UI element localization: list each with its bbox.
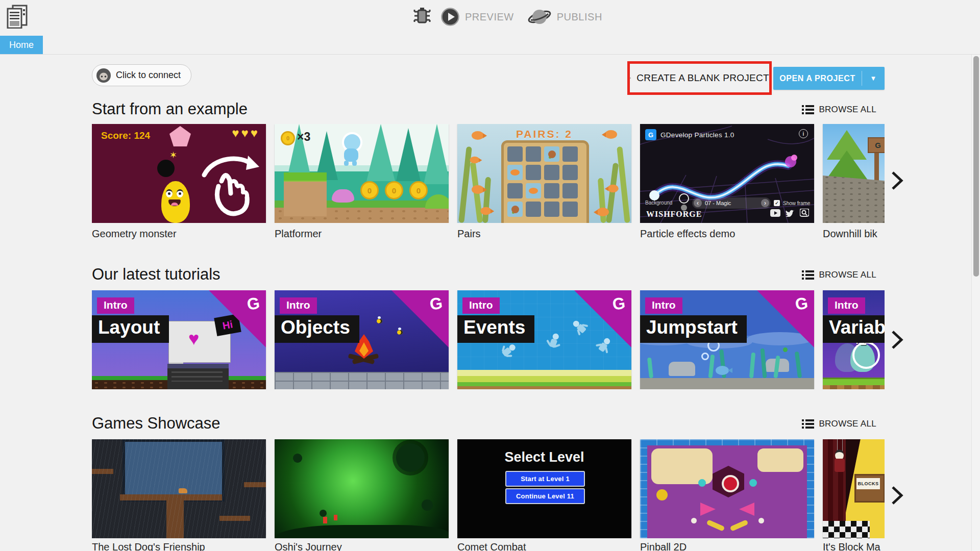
bumper-dot xyxy=(691,518,697,523)
profile-avatar-icon xyxy=(96,68,111,83)
card-tile-flipped xyxy=(507,202,523,217)
tutorial-title: Layout xyxy=(92,315,169,343)
tutorial-card-layout[interactable]: ♥ Hi G Intro Layout xyxy=(92,290,266,389)
showcase-card-blocks[interactable]: BLOCKS xyxy=(823,439,885,538)
memory-board xyxy=(501,140,589,223)
heart-sprite: ♥ xyxy=(188,330,199,348)
snail-sprite xyxy=(548,151,556,158)
seaweed-shape xyxy=(708,355,715,379)
showcase-card-row: Select Level Start at Level 1 Continue L… xyxy=(92,439,885,538)
showcase-card-lost-dog[interactable] xyxy=(92,439,266,538)
tutorial-card-jumpstart[interactable]: G Intro Jumpstart xyxy=(640,290,814,389)
create-blank-project-button[interactable]: CREATE A BLANK PROJECT xyxy=(630,64,769,92)
vertical-scrollbar-thumb[interactable] xyxy=(973,56,979,277)
intro-badge: Intro xyxy=(462,297,500,314)
kelp-shape xyxy=(482,177,491,223)
card-caption: Particle effects demo xyxy=(640,228,808,240)
connect-button[interactable]: Click to connect xyxy=(92,64,191,86)
bee-sprite xyxy=(397,330,403,335)
scroll-right-tutorials-button[interactable] xyxy=(889,329,904,350)
tree-shape xyxy=(424,124,449,184)
selector-prev-icon: ‹ xyxy=(694,199,702,207)
preview-button[interactable]: PREVIEW xyxy=(440,7,514,27)
tutorial-title: Events xyxy=(457,315,534,343)
section-title-examples: Start from an example xyxy=(92,100,248,118)
card-tile xyxy=(562,183,578,198)
browse-all-examples-button[interactable]: BROWSE ALL xyxy=(802,104,876,115)
browse-all-label: BROWSE ALL xyxy=(819,270,876,280)
scroll-right-showcase-button[interactable] xyxy=(889,485,904,506)
showcase-card-pinball[interactable] xyxy=(640,439,814,538)
card-caption: The Lost Dog's Frienship xyxy=(92,541,260,551)
project-manager-icon[interactable] xyxy=(6,4,30,29)
ground-strip xyxy=(457,382,631,386)
monster-eye xyxy=(177,189,183,197)
blocks-sign: BLOCKS xyxy=(856,478,880,489)
bumper-shape xyxy=(722,475,739,492)
open-project-button[interactable]: OPEN A PROJECT ▼ xyxy=(773,67,885,90)
card-caption: It's Block Ma xyxy=(823,541,885,551)
fish-sprite xyxy=(472,185,484,194)
showcase-card-oshi[interactable] xyxy=(275,439,449,538)
marionette-body xyxy=(835,459,845,472)
debugger-button[interactable] xyxy=(412,6,432,28)
intro-badge: Intro xyxy=(645,297,682,314)
leg-shape xyxy=(352,161,357,166)
coin-icon: 0 xyxy=(360,181,379,199)
fuse-spark-icon: ✶ xyxy=(169,149,177,161)
tutorial-card-objects[interactable]: G Intro Objects xyxy=(275,290,449,389)
tab-home[interactable]: Home xyxy=(0,36,43,55)
swipe-gesture-icon xyxy=(198,151,262,219)
ground-strip xyxy=(457,386,631,389)
start-level-button-image: Start at Level 1 xyxy=(505,471,585,487)
scroll-right-examples-button[interactable] xyxy=(889,170,904,191)
fish-sprite xyxy=(716,366,729,375)
card-caption: Pairs xyxy=(457,228,626,240)
tutorials-card-row: ♥ Hi G Intro Layout G Intro Objects xyxy=(92,290,885,389)
showcase-card-comet-combat[interactable]: Select Level Start at Level 1 Continue L… xyxy=(457,439,631,538)
example-card-downhill-bike[interactable]: G xyxy=(823,124,885,223)
snail-sprite xyxy=(511,206,519,213)
wishforge-logo: WISHFORGE xyxy=(646,210,702,219)
create-blank-project-label: CREATE A BLANK PROJECT xyxy=(636,72,769,84)
stacked-files-icon xyxy=(6,4,30,29)
example-card-geometry-monster[interactable]: Score: 124 ♥♥♥ ✶ xyxy=(92,124,266,223)
slime-sprite xyxy=(332,189,354,203)
example-card-particle-effects[interactable]: G GDevelop Particles 1.0 i Background ‹ … xyxy=(640,124,814,223)
memory-grid xyxy=(507,146,578,217)
card-tile-flipped xyxy=(507,165,523,180)
tree-shape xyxy=(366,124,395,181)
silhouette-orb xyxy=(422,499,433,511)
fish-sprite xyxy=(529,188,538,194)
brick-ground xyxy=(275,372,449,389)
continue-level-button-image: Continue Level 11 xyxy=(505,488,585,504)
tutorial-card-events[interactable]: G Intro Events xyxy=(457,290,631,389)
ragdoll-sprite xyxy=(570,317,592,338)
checker-floor xyxy=(823,521,870,538)
bee-sprite xyxy=(377,319,382,323)
slingshot-shape xyxy=(700,503,716,516)
direction-sign: G xyxy=(868,137,885,153)
vertical-scrollbar-track[interactable] xyxy=(971,55,980,551)
ragdoll-sprite xyxy=(497,340,519,361)
card-tile-flipped xyxy=(544,146,559,162)
example-card-pairs[interactable]: PAIRS: 2 xyxy=(457,124,631,223)
tree-shape xyxy=(396,128,421,181)
monster-mouth xyxy=(168,199,181,206)
toolbar: PREVIEW PUBLISH xyxy=(412,6,602,28)
open-project-dropdown-caret[interactable]: ▼ xyxy=(862,74,885,82)
plant-dot xyxy=(783,347,788,352)
pairs-score-label: PAIRS: 2 xyxy=(457,128,631,140)
seaweed-shape xyxy=(795,352,802,379)
center-hexagon xyxy=(713,466,744,497)
pinball-playfield xyxy=(647,445,807,538)
example-card-platformer[interactable]: 0 ×3 0 0 0 xyxy=(275,124,449,223)
browse-all-showcase-button[interactable]: BROWSE ALL xyxy=(802,418,876,430)
coin-icon: 0 xyxy=(409,181,428,199)
tutorial-card-variables[interactable]: +1 Intro Variab xyxy=(823,290,885,389)
browse-all-label: BROWSE ALL xyxy=(819,105,876,115)
publish-label: PUBLISH xyxy=(557,11,602,23)
flipper-shape xyxy=(706,519,725,532)
publish-button[interactable]: PUBLISH xyxy=(527,6,602,28)
browse-all-tutorials-button[interactable]: BROWSE ALL xyxy=(802,269,876,281)
